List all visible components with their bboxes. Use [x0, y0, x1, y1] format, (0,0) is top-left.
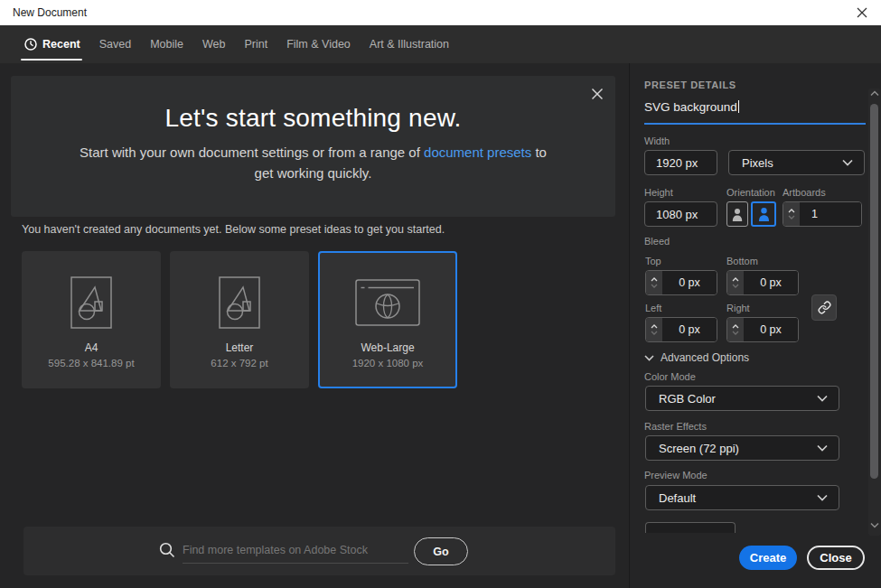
tab-web[interactable]: Web	[202, 25, 225, 63]
chevron-down-icon	[644, 355, 654, 361]
height-label: Height	[644, 187, 673, 198]
artboards-stepper[interactable]: 1	[783, 201, 862, 227]
document-shapes-icon	[219, 275, 260, 330]
close-button[interactable]: Close	[807, 546, 865, 570]
color-mode-value: RGB Color	[659, 392, 716, 406]
chevron-down-icon	[842, 159, 853, 166]
chevron-down-icon	[817, 395, 828, 402]
tab-print[interactable]: Print	[244, 25, 267, 63]
bleed-bottom-label: Bottom	[726, 256, 758, 266]
color-mode-label: Color Mode	[644, 371, 696, 382]
chevron-up-icon	[870, 90, 879, 97]
clipped-next-control	[645, 522, 736, 533]
document-presets-link[interactable]: document presets	[424, 145, 531, 160]
bleed-top-label: Top	[645, 256, 661, 266]
document-name-field[interactable]: SVG background	[644, 100, 861, 114]
tab-art-illustration[interactable]: Art & Illustration	[370, 25, 449, 63]
scrollbar-down-arrow[interactable]	[870, 522, 879, 528]
search-icon	[159, 542, 175, 558]
tab-label: Art & Illustration	[370, 38, 449, 51]
tab-recent[interactable]: Recent	[24, 25, 80, 63]
chevron-down-icon	[651, 331, 658, 335]
chevron-up-icon	[651, 277, 658, 282]
height-input[interactable]: 1080 px	[644, 201, 717, 227]
hero-subtitle: Start with your own document settings or…	[70, 143, 558, 183]
tab-mobile[interactable]: Mobile	[150, 25, 183, 63]
empty-state-notice: You haven't created any documents yet. B…	[22, 223, 445, 236]
chevron-up-icon	[788, 209, 795, 213]
raster-effects-value: Screen (72 ppi)	[659, 442, 739, 455]
chevron-up-icon	[732, 277, 739, 282]
window-close-button[interactable]	[848, 0, 876, 25]
advanced-options-toggle[interactable]: Advanced Options	[644, 351, 749, 364]
chevron-down-icon	[788, 215, 795, 219]
preset-card-letter[interactable]: Letter 612 x 792 pt	[170, 251, 309, 388]
tab-film-video[interactable]: Film & Video	[286, 25, 351, 63]
hero-title: Let's start something new.	[11, 76, 615, 133]
stepper-buttons[interactable]	[727, 318, 744, 341]
name-field-underline	[644, 123, 866, 125]
preset-details-panel: PRESET DETAILS SVG background Width 1920…	[629, 63, 881, 588]
preview-mode-label: Preview Mode	[644, 470, 708, 481]
preview-mode-value: Default	[659, 491, 696, 505]
new-document-dialog: New Document Recent Saved Mobile Web Pri…	[0, 0, 881, 588]
orientation-label: Orientation	[726, 187, 775, 198]
close-icon	[857, 7, 867, 18]
chevron-down-icon	[732, 331, 739, 335]
dialog-body: Let's start something new. Start with yo…	[0, 63, 881, 588]
portrait-person-icon	[732, 208, 743, 221]
bleed-top-stepper[interactable]: 0 px	[645, 270, 717, 295]
stepper-buttons[interactable]	[646, 271, 662, 294]
preset-cards: A4 595.28 x 841.89 pt Letter 612 x 792 p…	[22, 251, 457, 388]
preset-dimensions: 1920 x 1080 px	[352, 358, 424, 369]
document-name-value: SVG background	[644, 100, 737, 114]
go-button[interactable]: Go	[414, 537, 468, 565]
chevron-down-icon	[870, 522, 879, 528]
preset-dimensions: 595.28 x 841.89 pt	[48, 358, 134, 369]
artboards-label: Artboards	[783, 187, 826, 198]
preset-card-web-large[interactable]: Web-Large 1920 x 1080 px	[318, 251, 457, 388]
hero-close-button[interactable]	[587, 84, 607, 104]
tab-label: Mobile	[150, 38, 183, 51]
orientation-portrait-button[interactable]	[726, 201, 748, 227]
bleed-left-value[interactable]: 0 px	[662, 318, 717, 341]
raster-effects-dropdown[interactable]: Screen (72 ppi)	[645, 435, 839, 461]
sidebar-scrollbar-thumb[interactable]	[870, 104, 878, 479]
bleed-link-toggle[interactable]	[811, 294, 837, 321]
orientation-landscape-button[interactable]	[751, 201, 776, 227]
scrollbar-up-arrow[interactable]	[870, 90, 879, 97]
bleed-top-value[interactable]: 0 px	[662, 271, 717, 294]
tab-label: Recent	[42, 38, 80, 51]
stock-search-input[interactable]	[183, 539, 410, 561]
hero-subtitle-text: Start with your own document settings or…	[80, 145, 424, 160]
advanced-options-label: Advanced Options	[661, 351, 749, 364]
stepper-buttons[interactable]	[646, 318, 662, 341]
stepper-buttons[interactable]	[727, 271, 744, 294]
width-input[interactable]: 1920 px	[644, 150, 717, 175]
preview-mode-dropdown[interactable]: Default	[645, 485, 839, 510]
chevron-down-icon	[817, 444, 828, 452]
stepper-buttons[interactable]	[783, 202, 800, 226]
tab-saved[interactable]: Saved	[99, 25, 131, 63]
create-button[interactable]: Create	[739, 546, 797, 570]
preset-card-a4[interactable]: A4 595.28 x 841.89 pt	[22, 251, 161, 388]
text-cursor	[738, 100, 739, 113]
bleed-left-stepper[interactable]: 0 px	[645, 317, 717, 342]
units-dropdown[interactable]: Pixels	[728, 150, 865, 175]
bleed-bottom-value[interactable]: 0 px	[744, 271, 798, 294]
bleed-left-label: Left	[645, 303, 661, 313]
artboards-value[interactable]: 1	[800, 202, 861, 226]
tab-label: Print	[244, 38, 267, 51]
bleed-bottom-stepper[interactable]: 0 px	[726, 270, 799, 295]
preset-details-header: PRESET DETAILS	[644, 79, 736, 90]
preset-name: Web-Large	[361, 341, 414, 354]
category-tabbar: Recent Saved Mobile Web Print Film & Vid…	[0, 25, 881, 63]
browser-globe-icon	[355, 275, 420, 330]
bleed-right-stepper[interactable]: 0 px	[726, 317, 799, 342]
window-title: New Document	[13, 6, 87, 19]
raster-effects-label: Raster Effects	[644, 421, 707, 432]
document-shapes-icon	[70, 275, 112, 330]
color-mode-dropdown[interactable]: RGB Color	[645, 386, 839, 411]
close-icon	[591, 88, 604, 100]
bleed-right-value[interactable]: 0 px	[744, 318, 798, 341]
